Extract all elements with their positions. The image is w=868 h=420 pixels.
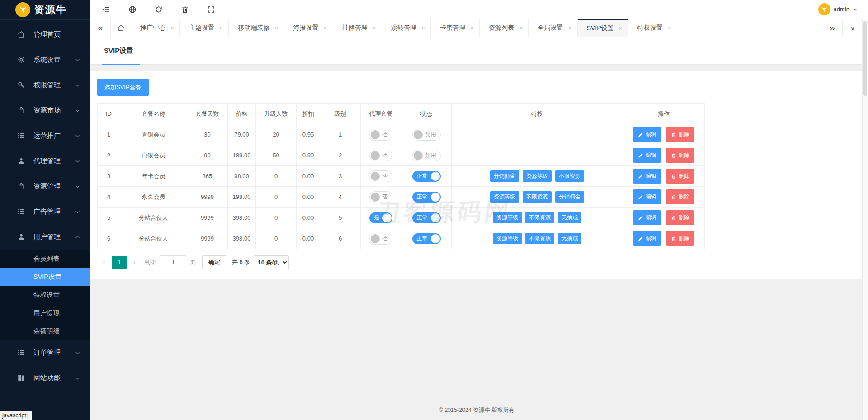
tabs-scroll-right-button[interactable]: »	[822, 19, 842, 37]
sidebar-subitem-4[interactable]: 余额明细	[0, 322, 90, 340]
tab-8[interactable]: 全局设置×	[529, 19, 578, 37]
sidebar-subitem-2[interactable]: 特权设置	[0, 286, 90, 304]
privilege-tag[interactable]: 资源等级	[493, 233, 522, 244]
page-size-select[interactable]: 10 条/页	[254, 255, 289, 269]
sidebar-item-6[interactable]: 资源管理	[0, 174, 90, 199]
toggle-off[interactable]: 否	[369, 170, 392, 182]
cell-days: 90	[187, 145, 228, 166]
edit-button[interactable]: 编辑	[633, 169, 661, 184]
edit-button[interactable]: 编辑	[633, 210, 661, 225]
globe-icon[interactable]	[128, 5, 137, 14]
privilege-tag[interactable]: 无抽成	[558, 212, 581, 223]
privilege-tag[interactable]: 不限资源	[523, 191, 552, 203]
tab-5[interactable]: 跳转管理×	[382, 19, 431, 37]
collapse-icon[interactable]	[102, 5, 110, 14]
delete-button[interactable]: 删除	[666, 210, 694, 225]
grid-icon	[17, 374, 25, 382]
add-svip-button[interactable]: 添加SVIP套餐	[97, 79, 149, 96]
chevron-left-icon[interactable]: ‹	[97, 255, 111, 269]
confirm-button[interactable]: 确定	[202, 255, 226, 269]
tab-0[interactable]: 推广中心×	[131, 19, 180, 37]
tab-home-button[interactable]	[111, 19, 131, 37]
delete-button[interactable]: 删除	[666, 189, 694, 204]
privilege-tag[interactable]: 不限资源	[555, 170, 584, 182]
expand-icon[interactable]	[207, 5, 215, 14]
close-icon[interactable]: ×	[568, 25, 572, 31]
tab-4[interactable]: 社群管理×	[333, 19, 382, 37]
toggle-on[interactable]: 是	[369, 212, 392, 223]
close-icon[interactable]: ×	[274, 25, 278, 31]
table-row: 1青铜会员3079.00200.951否禁用编辑删除	[98, 124, 705, 145]
toggle-off[interactable]: 否	[369, 150, 392, 161]
trash-icon[interactable]	[181, 5, 189, 14]
tab-label: 移动端装修	[238, 24, 269, 32]
close-icon[interactable]: ×	[170, 25, 174, 31]
close-icon[interactable]: ×	[324, 25, 327, 31]
toggle-off[interactable]: 否	[369, 233, 392, 245]
goto-page-input[interactable]	[160, 255, 186, 269]
toggle-off[interactable]: 禁用	[412, 129, 441, 141]
privilege-tag[interactable]: 分销佣金	[490, 170, 519, 182]
close-icon[interactable]: ×	[470, 25, 474, 31]
sidebar-item-10[interactable]: 网站功能	[0, 365, 90, 391]
tab-2[interactable]: 移动端装修×	[229, 19, 284, 37]
toggle-off[interactable]: 否	[369, 129, 392, 141]
tabs-scroll-left-button[interactable]: «	[90, 19, 111, 37]
tab-9[interactable]: SVIP设置×	[578, 19, 628, 37]
sidebar-item-7[interactable]: 广告管理	[0, 199, 90, 224]
scrollbar-thumb[interactable]	[863, 21, 867, 96]
tabs-menu-button[interactable]: ∨	[842, 19, 863, 37]
privilege-tag[interactable]: 资源等级	[493, 212, 522, 223]
close-icon[interactable]: ×	[519, 25, 523, 31]
delete-button[interactable]: 删除	[666, 127, 694, 142]
edit-button[interactable]: 编辑	[633, 148, 661, 163]
close-icon[interactable]: ×	[619, 25, 623, 32]
toggle-off[interactable]: 否	[369, 191, 392, 203]
sidebar-item-9[interactable]: 订单管理	[0, 340, 90, 365]
edit-button[interactable]: 编辑	[633, 127, 661, 142]
user-menu[interactable]: admin	[818, 3, 858, 15]
sidebar-item-5[interactable]: 代理管理	[0, 148, 90, 174]
delete-button[interactable]: 删除	[666, 231, 694, 246]
page-number-current[interactable]: 1	[112, 256, 127, 269]
privilege-tag[interactable]: 无抽成	[558, 233, 581, 244]
toggle-off[interactable]: 禁用	[412, 150, 441, 161]
tab-3[interactable]: 海报设置×	[284, 19, 333, 37]
toggle-on[interactable]: 正常	[412, 233, 441, 244]
tab-7[interactable]: 资源列表×	[480, 19, 528, 37]
sidebar-subitem-3[interactable]: 用户提现	[0, 304, 90, 322]
sidebar-subitem-1[interactable]: SVIP设置	[0, 268, 90, 286]
toggle-on[interactable]: 正常	[412, 192, 441, 203]
edit-button[interactable]: 编辑	[633, 231, 661, 246]
cell-id: 4	[98, 187, 120, 208]
close-icon[interactable]: ×	[373, 25, 376, 31]
privilege-tag[interactable]: 资源等级	[523, 170, 552, 182]
close-icon[interactable]: ×	[668, 25, 671, 31]
tab-6[interactable]: 卡密管理×	[431, 19, 480, 37]
delete-button[interactable]: 删除	[666, 169, 694, 184]
delete-button[interactable]: 删除	[666, 148, 694, 163]
app-logo[interactable]: 资源牛	[0, 0, 90, 20]
sidebar-item-3[interactable]: 资源市场	[0, 98, 90, 123]
privilege-tag[interactable]: 不限资源	[525, 233, 554, 244]
sidebar-subitem-0[interactable]: 会员列表	[0, 250, 90, 268]
edit-button[interactable]: 编辑	[633, 189, 661, 204]
toggle-on[interactable]: 正常	[412, 212, 441, 223]
chevron-right-icon[interactable]: ›	[127, 255, 141, 269]
scrollbar-track[interactable]	[862, 19, 868, 420]
privilege-tag[interactable]: 资源等级	[490, 191, 519, 203]
close-icon[interactable]: ×	[219, 25, 223, 31]
sidebar-item-8[interactable]: 用户管理	[0, 224, 90, 250]
tab-1[interactable]: 主题设置×	[180, 19, 229, 37]
refresh-icon[interactable]	[155, 5, 163, 14]
tab-10[interactable]: 特权设置×	[628, 19, 677, 37]
sidebar-item-4[interactable]: 运营推广	[0, 123, 90, 148]
toggle-on[interactable]: 正常	[412, 171, 441, 182]
privilege-tag[interactable]: 不限资源	[525, 212, 554, 223]
sidebar-item-1[interactable]: 系统设置	[0, 47, 90, 72]
privilege-tag[interactable]: 分销佣金	[555, 191, 584, 203]
sidebar-item-0[interactable]: 管理首页	[0, 22, 90, 47]
close-icon[interactable]: ×	[421, 25, 425, 31]
home-icon	[117, 24, 125, 32]
sidebar-item-2[interactable]: 权限管理	[0, 72, 90, 98]
